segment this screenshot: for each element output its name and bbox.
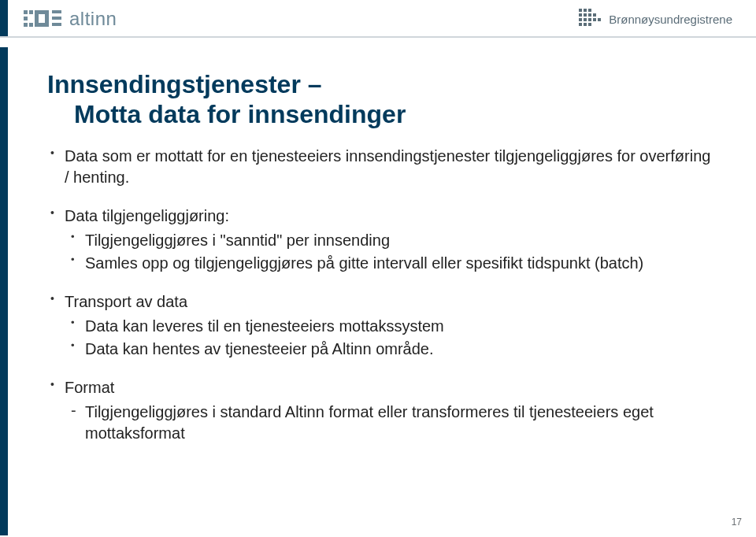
svg-rect-11 <box>52 23 61 26</box>
svg-rect-20 <box>584 18 587 21</box>
altinn-logo-text: altinn <box>69 8 117 30</box>
brreg-logo: Brønnøysundregistrene <box>579 9 732 29</box>
svg-rect-26 <box>588 23 591 26</box>
sub-bullet-item: Tilgjengeliggjøres i standard Altinn for… <box>65 402 717 444</box>
sub-bullet-text: Tilgjengeliggjøres i standard Altinn for… <box>85 403 654 442</box>
bullet-text: Format <box>65 379 114 396</box>
left-accent-bar <box>0 47 8 535</box>
bullet-item: Data som er mottatt for en tjenesteeiers… <box>47 146 717 188</box>
svg-rect-22 <box>593 18 596 21</box>
title-line-1: Innsendingstjenester – <box>47 70 322 98</box>
bullet-text: Data som er mottatt for en tjenesteeiers… <box>65 147 710 186</box>
svg-rect-8 <box>35 10 39 27</box>
sub-bullet-list: Tilgjengeliggjøres i standard Altinn for… <box>65 402 717 444</box>
bullet-text: Transport av data <box>65 293 187 310</box>
sub-bullet-item: Tilgjengeliggjøres i "sanntid" per innse… <box>65 230 717 251</box>
svg-rect-23 <box>598 18 601 21</box>
svg-rect-9 <box>52 10 61 13</box>
brreg-mark-icon <box>579 9 601 29</box>
svg-rect-12 <box>579 9 582 12</box>
sub-bullet-item: Data kan hentes av tjenesteeier på Altin… <box>65 339 717 360</box>
svg-rect-21 <box>588 18 591 21</box>
brreg-logo-text: Brønnøysundregistrene <box>609 13 732 26</box>
sub-bullet-text: Samles opp og tilgjengeliggjøres på gitt… <box>85 254 643 272</box>
svg-rect-10 <box>52 17 61 20</box>
svg-rect-0 <box>24 10 28 14</box>
sub-bullet-list: Tilgjengeliggjøres i "sanntid" per innse… <box>65 230 717 274</box>
svg-rect-16 <box>584 13 587 17</box>
svg-rect-15 <box>579 13 582 17</box>
altinn-logo: altinn <box>24 8 117 30</box>
svg-rect-25 <box>584 23 587 26</box>
svg-rect-14 <box>588 9 591 12</box>
bullet-text: Data tilgjengeliggjøring: <box>65 207 229 224</box>
sub-bullet-item: Samles opp og tilgjengeliggjøres på gitt… <box>65 253 717 274</box>
svg-rect-13 <box>584 9 587 12</box>
bullet-list: Data som er mottatt for en tjenesteeiers… <box>47 146 717 444</box>
bullet-item: Data tilgjengeliggjøring: Tilgjengeliggj… <box>47 206 717 274</box>
svg-rect-18 <box>593 13 596 17</box>
slide-title: Innsendingstjenester – Motta data for in… <box>47 69 717 130</box>
slide-content: Innsendingstjenester – Motta data for in… <box>0 38 756 477</box>
sub-bullet-item: Data kan leveres til en tjenesteeiers mo… <box>65 316 717 337</box>
sub-bullet-text: Data kan hentes av tjenesteeier på Altin… <box>85 340 434 357</box>
page-number: 17 <box>732 517 742 528</box>
svg-rect-24 <box>579 23 582 26</box>
slide-header: altinn <box>0 0 756 38</box>
sub-bullet-text: Tilgjengeliggjøres i "sanntid" per innse… <box>85 231 390 249</box>
svg-rect-17 <box>588 13 591 17</box>
svg-rect-7 <box>45 10 49 27</box>
svg-rect-4 <box>29 23 33 27</box>
altinn-mark-icon <box>24 9 63 29</box>
sub-bullet-text: Data kan leveres til en tjenesteeiers mo… <box>85 317 444 335</box>
svg-rect-19 <box>579 18 582 21</box>
bullet-item: Format Tilgjengeliggjøres i standard Alt… <box>47 377 717 444</box>
sub-bullet-list: Data kan leveres til en tjenesteeiers mo… <box>65 316 717 360</box>
bullet-item: Transport av data Data kan leveres til e… <box>47 291 717 360</box>
svg-rect-2 <box>24 17 28 20</box>
svg-rect-3 <box>24 23 28 27</box>
title-line-2: Motta data for innsendinger <box>47 99 717 129</box>
svg-rect-1 <box>29 10 33 14</box>
